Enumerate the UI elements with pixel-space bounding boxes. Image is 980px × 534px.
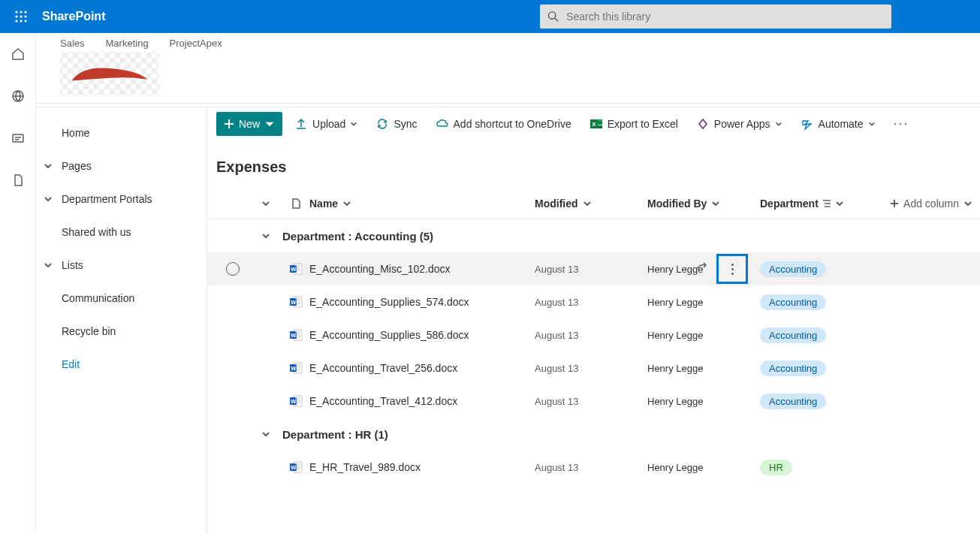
search-input[interactable] (566, 11, 884, 23)
suite-header: SharePoint (0, 0, 980, 33)
svg-point-1 (20, 11, 22, 13)
tab-projectapex[interactable]: ProjectApex (170, 38, 222, 49)
svg-point-7 (20, 20, 22, 22)
site-tabs: Sales Marketing ProjectApex (60, 38, 956, 49)
svg-point-9 (548, 12, 555, 19)
tab-marketing[interactable]: Marketing (106, 38, 149, 49)
app-launcher-icon[interactable] (6, 2, 36, 32)
svg-point-5 (24, 15, 26, 17)
search-icon (547, 11, 559, 23)
tab-sales[interactable]: Sales (60, 38, 85, 49)
home-icon[interactable] (6, 42, 30, 66)
svg-point-0 (15, 11, 17, 13)
app-rail (0, 33, 36, 104)
svg-point-6 (15, 20, 17, 22)
brand-label[interactable]: SharePoint (42, 10, 105, 23)
svg-point-8 (24, 20, 26, 22)
svg-point-2 (24, 11, 26, 13)
search-box[interactable] (540, 5, 891, 29)
site-header: Sales Marketing ProjectApex (36, 33, 980, 104)
globe-icon[interactable] (6, 84, 30, 104)
site-logo[interactable] (60, 52, 159, 95)
svg-line-10 (555, 18, 558, 21)
svg-point-4 (20, 15, 22, 17)
svg-point-3 (15, 15, 17, 17)
